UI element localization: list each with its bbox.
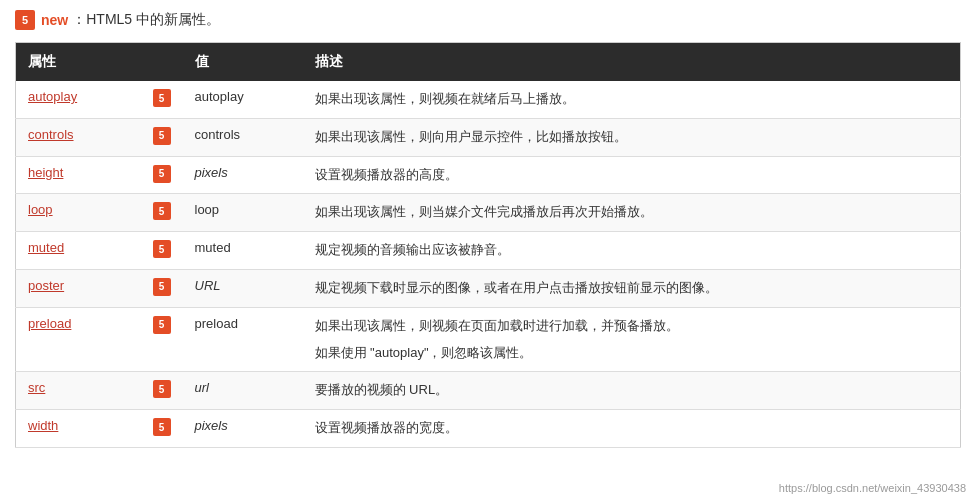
table-row: loop5loop如果出现该属性，则当媒介文件完成播放后再次开始播放。: [16, 194, 961, 232]
table-row: controls5controls如果出现该属性，则向用户显示控件，比如播放按钮…: [16, 118, 961, 156]
attr-desc: 设置视频播放器的高度。: [303, 156, 961, 194]
table-row: width5pixels设置视频播放器的宽度。: [16, 410, 961, 448]
attr-value: preload: [183, 307, 303, 372]
html5-badge: 5: [153, 278, 171, 296]
attr-value: URL: [183, 269, 303, 307]
attr-value: controls: [183, 118, 303, 156]
attr-link[interactable]: muted: [28, 240, 64, 255]
html5-badge: 5: [153, 418, 171, 436]
html5-badge: 5: [153, 127, 171, 145]
header-attr: 属性: [16, 43, 136, 82]
attr-value: pixels: [183, 156, 303, 194]
attr-value: autoplay: [183, 81, 303, 118]
attr-desc: 如果出现该属性，则向用户显示控件，比如播放按钮。: [303, 118, 961, 156]
table-row: muted5muted规定视频的音频输出应该被静音。: [16, 232, 961, 270]
attr-desc: 如果出现该属性，则当媒介文件完成播放后再次开始播放。: [303, 194, 961, 232]
attr-link[interactable]: preload: [28, 316, 71, 331]
attr-value: muted: [183, 232, 303, 270]
attr-desc-sub: 如果使用 "autoplay"，则忽略该属性。: [315, 343, 949, 364]
table-row: height5pixels设置视频播放器的高度。: [16, 156, 961, 194]
attr-link[interactable]: width: [28, 418, 58, 433]
html5-badge: 5: [153, 240, 171, 258]
html5-badge: 5: [153, 316, 171, 334]
attr-link[interactable]: controls: [28, 127, 74, 142]
footer-link: https://blog.csdn.net/weixin_43930438: [779, 482, 966, 494]
attr-desc: 如果出现该属性，则视频在就绪后马上播放。: [303, 81, 961, 118]
attributes-table: 属性 值 描述 autoplay5autoplay如果出现该属性，则视频在就绪后…: [15, 42, 961, 448]
attr-desc: 规定视频的音频输出应该被静音。: [303, 232, 961, 270]
header-value: 值: [183, 43, 303, 82]
attr-link[interactable]: src: [28, 380, 45, 395]
attr-link[interactable]: poster: [28, 278, 64, 293]
note-text: ：HTML5 中的新属性。: [72, 11, 220, 29]
attr-desc: 设置视频播放器的宽度。: [303, 410, 961, 448]
attr-desc: 规定视频下载时显示的图像，或者在用户点击播放按钮前显示的图像。: [303, 269, 961, 307]
attr-desc: 要播放的视频的 URL。: [303, 372, 961, 410]
note-bar: 5 new ：HTML5 中的新属性。: [15, 10, 961, 30]
attr-desc: 如果出现该属性，则视频在页面加载时进行加载，并预备播放。如果使用 "autopl…: [303, 307, 961, 372]
attr-link[interactable]: loop: [28, 202, 53, 217]
table-row: poster5URL规定视频下载时显示的图像，或者在用户点击播放按钮前显示的图像…: [16, 269, 961, 307]
html5-badge: 5: [153, 89, 171, 107]
page-container: 5 new ：HTML5 中的新属性。 属性 值 描述 autoplay5aut…: [0, 0, 976, 500]
table-header-row: 属性 值 描述: [16, 43, 961, 82]
table-row: autoplay5autoplay如果出现该属性，则视频在就绪后马上播放。: [16, 81, 961, 118]
header-badge: [136, 43, 183, 82]
table-row: preload5preload如果出现该属性，则视频在页面加载时进行加载，并预备…: [16, 307, 961, 372]
attr-value: pixels: [183, 410, 303, 448]
attr-link[interactable]: autoplay: [28, 89, 77, 104]
note-keyword: new: [41, 12, 68, 28]
attr-value: loop: [183, 194, 303, 232]
html5-badge-note: 5: [15, 10, 35, 30]
html5-badge: 5: [153, 202, 171, 220]
html5-badge: 5: [153, 380, 171, 398]
attr-link[interactable]: height: [28, 165, 63, 180]
header-desc: 描述: [303, 43, 961, 82]
attr-value: url: [183, 372, 303, 410]
table-row: src5url要播放的视频的 URL。: [16, 372, 961, 410]
html5-badge: 5: [153, 165, 171, 183]
